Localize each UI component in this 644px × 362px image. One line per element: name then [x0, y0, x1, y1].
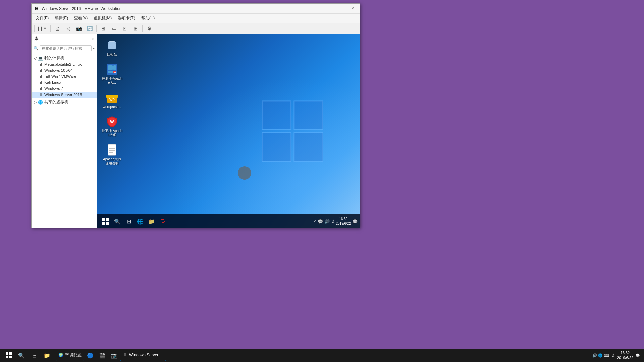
host-chrome-button[interactable]: 🔵: [84, 349, 96, 361]
svg-rect-19: [113, 65, 116, 70]
vm-label-0: Metasploitable2-Linux: [44, 62, 82, 66]
revert-button[interactable]: ◁: [63, 24, 73, 33]
guest-up-arrow-icon[interactable]: ^: [314, 219, 316, 224]
fit-button[interactable]: ⊡: [120, 24, 129, 33]
vm-icon-3: 🖥: [39, 80, 43, 85]
vm-label-3: Kali-Linux: [44, 80, 61, 84]
maximize-button[interactable]: □: [339, 5, 347, 12]
recycle-bin-label: 回收站: [107, 53, 117, 57]
pause-icon: ❚❚: [37, 26, 43, 31]
host-search-button[interactable]: 🔍: [15, 349, 28, 361]
shared-label: 共享的虚拟机: [44, 100, 68, 105]
host-systray-icons: 🔊 🌐 ⌨: [592, 353, 609, 358]
search-dropdown-icon[interactable]: ▾: [93, 47, 95, 50]
computer-icon: 💻: [38, 56, 43, 61]
guest-taskbar: 🔍 ⊟ 🌐 📁 🛡 ^ 💬 🔊 英 16:32 2019/6/22: [97, 214, 360, 228]
svg-rect-26: [108, 144, 116, 155]
unity-button[interactable]: ▭: [109, 24, 119, 33]
menu-help[interactable]: 帮助(H): [139, 14, 158, 22]
fit2-button[interactable]: ⊞: [131, 24, 140, 33]
host-taskview-button[interactable]: ⊟: [28, 349, 40, 361]
toolbar-separator-1: [50, 25, 51, 32]
menu-vm[interactable]: 虚拟机(M): [91, 14, 114, 22]
desktop-icons: 回收站 W: [100, 37, 124, 167]
guest-ie-button[interactable]: 🌐: [135, 216, 146, 227]
host-camera-button[interactable]: 📷: [108, 349, 120, 361]
vm-display[interactable]: 回收站 W: [97, 34, 360, 228]
host-vmware-app[interactable]: 🖥 Windows Server ...: [120, 349, 166, 361]
sidebar-close-button[interactable]: ×: [91, 37, 94, 41]
prefs-button[interactable]: ⚙: [145, 24, 154, 33]
guest-clock[interactable]: 16:32 2019/6/22: [336, 217, 351, 226]
host-pr-button[interactable]: 🎬: [96, 349, 108, 361]
tree-vm-0[interactable]: 🖥 Metasploitable2-Linux: [32, 61, 97, 67]
windows-desktop[interactable]: 回收站 W: [97, 34, 360, 228]
host-fileexplorer-button[interactable]: 📁: [41, 349, 53, 361]
wordpress-icon[interactable]: WP wordpress...: [100, 89, 124, 110]
guest-start-button[interactable]: [99, 215, 112, 228]
menu-bar: 文件(F) 编辑(E) 查看(V) 虚拟机(M) 选项卡(T) 帮助(H): [32, 14, 360, 23]
svg-rect-6: [262, 133, 291, 161]
windows-logo: [259, 98, 326, 165]
shield-app-icon[interactable]: W 护卫神·Apache大...: [100, 61, 124, 86]
guest-volume-icon[interactable]: 🔊: [324, 219, 330, 224]
close-button[interactable]: ✕: [348, 5, 357, 12]
snapshot-button[interactable]: 📷: [74, 24, 84, 33]
pause-button[interactable]: ❚❚ ▾: [34, 25, 48, 32]
svg-rect-13: [111, 43, 112, 49]
host-taskbar-right: 🔊 🌐 ⌨ 英 16:32 2019/6/22 💬: [588, 350, 644, 361]
document-icon[interactable]: Apache大师使用说明: [100, 142, 124, 167]
guest-taskbar-right: ^ 💬 🔊 英 16:32 2019/6/22 💬: [314, 217, 358, 226]
main-area: 库 × 🔍 ▾ ▽ 💻 我的计算机 🖥 M: [32, 34, 360, 228]
wordpress-label: wordpress...: [103, 105, 121, 109]
tree-vm-3[interactable]: 🖥 Kali-Linux: [32, 79, 97, 85]
sidebar-header: 库 ×: [32, 34, 97, 44]
menu-tabs[interactable]: 选项卡(T): [115, 14, 138, 22]
shield-app-label: 护卫神·Apache大...: [102, 77, 122, 85]
guest-chat-icon[interactable]: 💬: [318, 219, 323, 224]
guest-search-button[interactable]: 🔍: [112, 216, 123, 227]
guest-fileexplorer-button[interactable]: 📁: [146, 216, 157, 227]
window-controls: ─ □ ✕: [329, 5, 357, 12]
guest-taskview-button[interactable]: ⊟: [123, 216, 135, 227]
mouse-cursor: [238, 166, 251, 180]
vmware-title-bar: 🖥 Windows Server 2016 - VMware Workstati…: [32, 4, 360, 14]
host-notification-icon[interactable]: 💬: [635, 353, 640, 358]
menu-file[interactable]: 文件(F): [33, 14, 51, 22]
tree-my-computer[interactable]: ▽ 💻 我的计算机: [32, 55, 97, 61]
sidebar-search-input[interactable]: [40, 45, 92, 51]
recycle-bin-image: [105, 39, 119, 52]
tree-vm-5[interactable]: 🖥 Windows Server 2016: [32, 92, 97, 98]
host-lang-indicator[interactable]: 英: [611, 353, 615, 358]
svg-rect-32: [106, 218, 109, 221]
host-envconfig-app[interactable]: 🌍 环境配置: [56, 349, 84, 361]
host-clock-date: 2019/6/22: [617, 355, 633, 360]
vm-icon-1: 🖥: [39, 68, 43, 73]
snapshot2-button[interactable]: 🔄: [85, 24, 94, 33]
menu-edit[interactable]: 编辑(E): [52, 14, 71, 22]
tree-group-mycomputer: ▽ 💻 我的计算机 🖥 Metasploitable2-Linux 🖥 Wind…: [32, 54, 97, 98]
tree-vm-2[interactable]: 🖥 IE8-Win7-VMWare: [32, 73, 97, 79]
vm-icon-4: 🖥: [39, 86, 43, 91]
tree-vm-4[interactable]: 🖥 Windows 7: [32, 85, 97, 92]
sidebar-content: ▽ 💻 我的计算机 🖥 Metasploitable2-Linux 🖥 Wind…: [32, 53, 97, 228]
guest-lang-indicator[interactable]: 英: [331, 219, 335, 224]
guest-clock-time: 16:32: [336, 217, 351, 221]
toolbar: ❚❚ ▾ 🖨 ◁ 📷 🔄 ⊞ ▭ ⊡ ⊞ ⚙: [32, 23, 360, 34]
recycle-bin-icon[interactable]: 回收站: [100, 37, 124, 58]
minimize-button[interactable]: ─: [329, 5, 338, 12]
tree-vm-1[interactable]: 🖥 Windows 10 x64: [32, 67, 97, 73]
menu-view[interactable]: 查看(V): [71, 14, 90, 22]
guest-notification-icon[interactable]: 💬: [352, 219, 358, 224]
tree-shared-vms[interactable]: ▷ 🌐 共享的虚拟机: [32, 99, 97, 105]
shield-app-image: W: [105, 63, 119, 76]
svg-rect-23: [106, 95, 118, 98]
fullscreen-button[interactable]: ⊞: [99, 24, 108, 33]
guest-shield-button[interactable]: 🛡: [157, 216, 169, 227]
host-clock[interactable]: 16:32 2019/6/22: [617, 350, 633, 361]
host-start-button[interactable]: [3, 349, 15, 361]
power-button[interactable]: 🖨: [53, 24, 62, 33]
guest-clock-date: 2019/6/22: [336, 221, 351, 226]
svg-rect-7: [294, 133, 323, 161]
shield-red-icon[interactable]: W 护卫神·Apache大师: [100, 114, 124, 138]
